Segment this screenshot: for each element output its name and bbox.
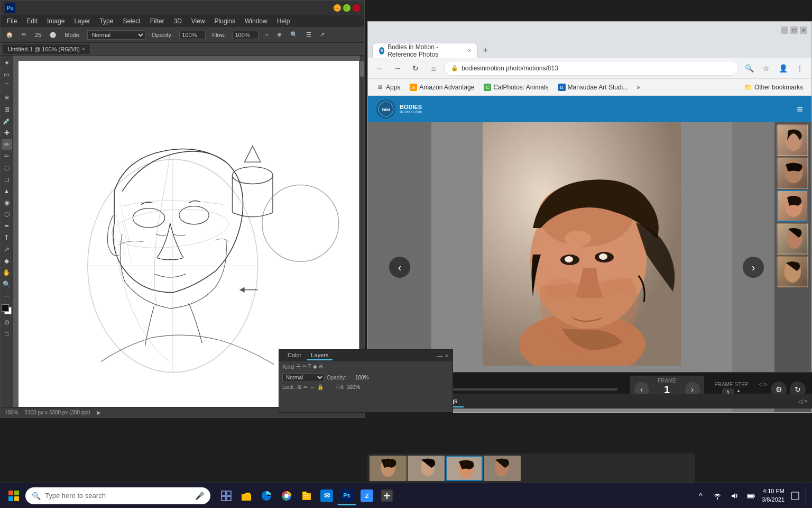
ps-brush-tool[interactable]: ✏ xyxy=(20,30,29,39)
taskbar-explorer-button[interactable] xyxy=(237,486,256,505)
ps-menu-image[interactable]: Image xyxy=(43,16,69,26)
taskbar-clock[interactable]: 4:10 PM 3/8/2021 xyxy=(762,487,785,504)
taskbar-outlook-button[interactable]: ✉ xyxy=(317,486,336,505)
taskbar-photoshop-button[interactable]: Ps xyxy=(337,486,356,505)
ps-tool-text[interactable]: T xyxy=(2,232,12,243)
ps-panel-tab-layers[interactable]: Layers xyxy=(307,351,333,360)
taskbar-chrome-button[interactable] xyxy=(277,486,296,505)
ps-menu-type[interactable]: Type xyxy=(95,16,117,26)
timer-collapse-icon[interactable]: ◁ ▷ xyxy=(759,382,768,387)
ps-tab-close[interactable]: × xyxy=(82,46,85,52)
ps-lock-icon-3[interactable]: ↔ xyxy=(310,384,315,390)
bookmark-apps[interactable]: ⊞ Apps xyxy=(372,82,404,93)
taskbar-task-view[interactable] xyxy=(217,486,236,505)
ps-tool-blur[interactable]: ◉ xyxy=(2,197,12,208)
ps-lock-icon-4[interactable]: 🔒 xyxy=(317,384,324,390)
browser-url-bar[interactable]: 🔒 bodiesinmotion.photo/motions/813 xyxy=(444,61,739,76)
browser-profile-icon[interactable]: 👤 xyxy=(776,61,790,76)
ps-tab-untitled[interactable]: Untitled-1 @ 100% (RGB/8) × xyxy=(3,44,91,54)
ps-panel-minimize[interactable]: — xyxy=(437,352,443,359)
ps-menu-select[interactable]: Select xyxy=(118,16,144,26)
bookmarks-more-button[interactable]: » xyxy=(633,82,643,93)
ref-thumb-1[interactable] xyxy=(370,456,407,481)
taskbar-start-button[interactable] xyxy=(4,486,23,505)
ps-zoom-button[interactable]: 🔍 xyxy=(288,30,300,39)
ps-blend-mode-select[interactable]: Normal xyxy=(282,373,325,382)
bim-next-button[interactable]: › xyxy=(743,257,764,278)
taskbar-mic-icon[interactable]: 🎤 xyxy=(195,492,204,500)
ps-color-swatches[interactable] xyxy=(2,304,12,316)
ps-tool-more[interactable]: ··· xyxy=(2,291,12,301)
ps-tool-dodge[interactable]: ⬡ xyxy=(2,209,12,220)
browser-tab-active[interactable]: B Bodies in Motion - Reference Photos × xyxy=(372,43,478,58)
bim-thumb-5[interactable] xyxy=(777,256,808,287)
bookmark-amazon[interactable]: a Amazon Advantage xyxy=(405,82,478,93)
ps-tool-lasso[interactable]: ⌒ xyxy=(2,81,12,92)
browser-maximize-button[interactable]: □ xyxy=(790,26,798,34)
browser-home-button[interactable]: ⌂ xyxy=(426,61,441,76)
ps-tool-crop[interactable]: ⊞ xyxy=(2,104,12,115)
ps-menu-filter[interactable]: Filter xyxy=(146,16,169,26)
ps-scrollbar-thumb[interactable] xyxy=(360,61,364,77)
ref-thumb-2[interactable] xyxy=(408,456,445,481)
bim-thumb-3[interactable] xyxy=(777,190,808,222)
ps-lock-icon-1[interactable]: ⊞ xyxy=(297,384,301,390)
taskbar-search-box[interactable]: 🔍 Type here to search 🎤 xyxy=(25,487,210,504)
bookmark-mansudae[interactable]: B Mansudae Art Studi... xyxy=(554,82,633,93)
ps-tool-magic-wand[interactable]: ✳ xyxy=(2,93,12,103)
ps-mode-select[interactable]: Normal xyxy=(87,30,145,40)
ps-panel-close-btn[interactable]: × xyxy=(445,352,448,359)
bookmark-calphotos[interactable]: C CalPhotos: Animals xyxy=(479,82,552,93)
browser-forward-button[interactable]: → xyxy=(390,61,405,76)
ps-tool-clone[interactable]: ✁ xyxy=(2,151,12,161)
ps-tool-brush[interactable]: ✏ xyxy=(2,139,12,150)
ps-lock-icon-2[interactable]: ✏ xyxy=(303,384,308,390)
bim-thumb-4[interactable] xyxy=(777,223,808,255)
ps-menu-layer[interactable]: Layer xyxy=(70,16,94,26)
ps-tool-heal[interactable]: ✚ xyxy=(2,128,12,138)
browser-tab-close[interactable]: × xyxy=(468,48,471,53)
ps-menu-window[interactable]: Window xyxy=(241,16,272,26)
ps-brush-size[interactable]: 25 xyxy=(33,31,43,39)
taskbar-zoom-button[interactable]: Z xyxy=(357,486,376,505)
ps-tool-pen[interactable]: ✒ xyxy=(2,221,12,231)
browser-zoom-icon[interactable]: 🔍 xyxy=(742,61,756,76)
taskbar-battery-icon[interactable] xyxy=(744,488,759,503)
ps-tool-eyedrop[interactable]: 💉 xyxy=(2,116,12,126)
ps-share-button[interactable]: ↗ xyxy=(318,30,327,39)
ps-flow-input[interactable] xyxy=(232,31,259,39)
ps-home-button[interactable]: 🏠 xyxy=(4,30,15,39)
ps-tool-eraser[interactable]: ◻ xyxy=(2,174,12,185)
ref-thumb-3[interactable] xyxy=(446,456,483,481)
ps-tool-select-rect[interactable]: ▭ xyxy=(2,69,12,80)
ps-menu-help[interactable]: Help xyxy=(273,16,294,26)
ps-kind-icon-5[interactable]: ⊕ xyxy=(319,364,323,370)
ref-thumb-4[interactable] xyxy=(484,456,521,481)
bim-thumb-1[interactable] xyxy=(777,124,808,156)
taskbar-show-desktop-button[interactable] xyxy=(806,487,808,504)
ps-kind-icon-4[interactable]: ◆ xyxy=(313,364,317,370)
browser-minimize-button[interactable]: — xyxy=(781,26,788,34)
browser-back-button[interactable]: ← xyxy=(372,61,387,76)
ps-tool-shape[interactable]: ◆ xyxy=(2,256,12,266)
taskbar-volume-icon[interactable] xyxy=(727,488,742,503)
brushes-panel-collapse[interactable]: ◁ xyxy=(798,398,802,405)
ps-menu-file[interactable]: File xyxy=(3,16,21,26)
other-bookmarks-folder[interactable]: 📁 Other bookmarks xyxy=(740,82,807,93)
ps-quick-mask[interactable]: ⊙ xyxy=(2,317,12,328)
ps-smoothing-button[interactable]: ~ xyxy=(263,31,270,39)
ps-tool-zoom[interactable]: 🔍 xyxy=(2,279,12,289)
ps-kind-icon-1[interactable]: ☰ xyxy=(296,364,301,370)
ps-tool-hand[interactable]: ✋ xyxy=(2,267,12,278)
ps-menu-view[interactable]: View xyxy=(187,16,209,26)
taskbar-edge-button[interactable] xyxy=(257,486,276,505)
ps-fg-color[interactable] xyxy=(2,304,9,312)
ps-brush-hardness[interactable]: ⬤ xyxy=(48,30,58,39)
ps-tool-history[interactable]: ◌ xyxy=(2,162,12,173)
brushes-panel-close[interactable]: × xyxy=(805,398,808,405)
ps-menu-plugins[interactable]: Plugins xyxy=(210,16,239,26)
ps-minimize-button[interactable]: — xyxy=(334,4,341,12)
taskbar-other-app[interactable] xyxy=(377,486,396,505)
taskbar-hidden-icons[interactable]: ^ xyxy=(693,488,708,503)
ps-pressure-button[interactable]: ⊕ xyxy=(275,30,284,39)
